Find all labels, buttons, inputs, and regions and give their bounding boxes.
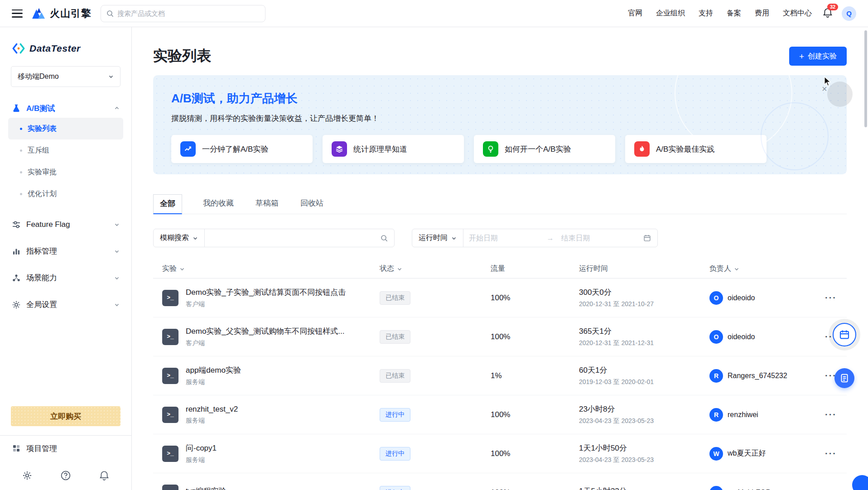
page-scrollbar-thumb[interactable]: [864, 30, 867, 127]
row-actions-button[interactable]: ···: [825, 448, 847, 459]
global-search-input[interactable]: [117, 10, 260, 17]
runtime-type-select[interactable]: 运行时间: [412, 229, 463, 247]
sidebar-item-mutex-group[interactable]: 互斥组: [8, 139, 123, 161]
sidebar-item-label: 实验列表: [28, 124, 57, 134]
tab-all[interactable]: 全部: [153, 194, 182, 214]
row-actions-button[interactable]: ···: [825, 487, 847, 490]
row-actions-button[interactable]: ···: [825, 409, 847, 420]
search-submit-button[interactable]: [374, 235, 394, 242]
grid-icon: [12, 444, 21, 453]
volcengine-logo[interactable]: 火山引擎: [32, 7, 92, 20]
hamburger-menu-icon[interactable]: [12, 10, 23, 18]
notifications-button[interactable]: [97, 469, 111, 482]
runtime-filter-combo: 运行时间 →: [412, 229, 658, 247]
table-row[interactable]: >_ Demo实验_父实验_测试购物车不同按钮样式... 客户端 已结束 100…: [153, 317, 847, 356]
owner-avatar: W: [709, 447, 723, 461]
sidebar-item-label: 全局设置: [26, 299, 109, 310]
buy-now-button[interactable]: 立即购买: [11, 406, 121, 426]
experiment-platform: 客户端: [186, 300, 346, 308]
table-row[interactable]: >_ 问-copy1 服务端 进行中 100% 1天1小时50分 2023-04…: [153, 434, 847, 473]
chevron-down-icon: [114, 222, 120, 227]
table-row[interactable]: >_ app端demo实验 服务端 已结束 1% 60天1分 2019-12-0…: [153, 356, 847, 395]
column-header-owner[interactable]: 负责人: [709, 264, 825, 274]
user-avatar[interactable]: Q: [842, 6, 856, 21]
banner-cards: 一分钟了解A/B实验 统计原理早知道 如何开一个A/B实验: [171, 135, 829, 163]
notification-bell[interactable]: 32: [823, 8, 833, 19]
banner-card-learn-ab[interactable]: 一分钟了解A/B实验: [171, 135, 313, 163]
experiment-name[interactable]: tyz编程实验: [186, 486, 227, 490]
topnav-link-enterprise-org[interactable]: 企业组织: [656, 9, 685, 18]
experiment-name[interactable]: app端demo实验: [186, 365, 241, 375]
table-row[interactable]: >_ Demo实验_子实验_测试结算页面不同按钮点击 客户端 已结束 100% …: [153, 279, 847, 317]
settings-gear-button[interactable]: [20, 469, 34, 482]
datatester-logo[interactable]: DataTester: [0, 43, 131, 54]
assistant-fab-button[interactable]: [833, 323, 856, 346]
sidebar-item-experiment-approval[interactable]: 实验审批: [8, 161, 123, 183]
search-icon: [381, 235, 388, 242]
experiment-name[interactable]: renzhit_test_v2: [186, 405, 238, 414]
global-search[interactable]: [101, 5, 265, 22]
owner-name: Rangers_6745232: [728, 372, 787, 380]
layers-icon: [332, 141, 347, 157]
experiment-platform: 服务端: [186, 417, 238, 425]
sidebar-item-experiment-list[interactable]: 实验列表: [8, 118, 123, 139]
owner-name: wb夏天正好: [728, 449, 766, 458]
end-date-input[interactable]: [556, 234, 637, 242]
sidebar-item-feature-flag[interactable]: Feature Flag: [0, 211, 131, 238]
sidebar-item-ab-test[interactable]: A/B测试: [0, 99, 131, 118]
bullet-dot-icon: [20, 128, 22, 130]
fuzzy-search-type-select[interactable]: 模糊搜索: [154, 229, 205, 247]
volcengine-logo-text: 火山引擎: [50, 7, 92, 20]
runtime-duration: 23小时8分: [579, 404, 709, 414]
help-button[interactable]: [59, 469, 72, 482]
tab-recycle-bin[interactable]: 回收站: [299, 194, 324, 214]
experiment-name[interactable]: Demo实验_子实验_测试结算页面不同按钮点击: [186, 287, 346, 298]
chevron-down-icon: [108, 74, 114, 79]
sidebar-item-project-management[interactable]: 项目管理: [0, 436, 131, 461]
create-experiment-button[interactable]: + 创建实验: [789, 47, 847, 66]
sidebar-item-metric-management[interactable]: 指标管理: [0, 238, 131, 264]
nodes-icon: [12, 274, 21, 283]
table-row[interactable]: >_ tyz编程实验 进行中 100% 1天5小时33分 n nmMqbbFQP…: [153, 473, 847, 490]
experiment-name[interactable]: Demo实验_父实验_测试购物车不同按钮样式...: [186, 326, 344, 336]
trend-chart-icon: [180, 141, 196, 157]
experiment-platform: 客户端: [186, 339, 344, 347]
banner-card-statistics[interactable]: 统计原理早知道: [323, 135, 464, 163]
fuzzy-search-combo: 模糊搜索: [153, 229, 395, 247]
banner-subtitle: 摆脱猜测，用科学的实验衡量决策收益，让产品增长更简单！: [171, 113, 829, 124]
experiment-search-input[interactable]: [205, 234, 374, 242]
project-selector[interactable]: 移动端Demo: [11, 66, 121, 87]
calendar-icon[interactable]: [637, 234, 657, 242]
sidebar-item-optimization-plan[interactable]: 优化计划: [8, 183, 123, 205]
sidebar-item-global-settings[interactable]: 全局设置: [0, 291, 131, 318]
banner-close-button[interactable]: ×: [822, 84, 827, 93]
tab-drafts[interactable]: 草稿箱: [255, 194, 280, 214]
banner-card-how-to-start[interactable]: 如何开一个A/B实验: [474, 135, 615, 163]
column-header-experiment[interactable]: 实验: [162, 264, 380, 274]
start-date-input[interactable]: [463, 234, 545, 242]
plus-icon: +: [799, 52, 804, 61]
experiment-name[interactable]: 问-copy1: [186, 443, 217, 453]
status-badge: 进行中: [380, 486, 410, 490]
tab-favorites[interactable]: 我的收藏: [202, 194, 235, 214]
column-header-status[interactable]: 状态: [380, 264, 491, 274]
banner-card-best-practice[interactable]: A/B实验最佳实践: [625, 135, 767, 163]
table-row[interactable]: >_ renzhit_test_v2 服务端 进行中 100% 23小时8分 2…: [153, 395, 847, 434]
topnav-link-docs-center[interactable]: 文档中心: [783, 9, 812, 18]
promo-banner: A/B测试，助力产品增长 摆脱猜测，用科学的实验衡量决策收益，让产品增长更简单！…: [153, 75, 847, 174]
docs-helper-fab-button[interactable]: [834, 368, 854, 388]
app-root: 火山引擎 官网 企业组织 支持 备案 费用 文档中心 32 Q: [0, 0, 868, 490]
sidebar-item-scene-capability[interactable]: 场景能力: [0, 264, 131, 291]
topnav-link-support[interactable]: 支持: [699, 9, 713, 18]
terminal-icon: >_: [162, 329, 178, 345]
traffic-value: 100%: [491, 293, 579, 303]
owner-avatar: n: [709, 486, 723, 490]
column-header-runtime: 运行时间: [579, 264, 709, 274]
sidebar-item-label: A/B测试: [26, 103, 109, 114]
topnav-link-official-site[interactable]: 官网: [628, 9, 642, 18]
topnav-link-billing[interactable]: 费用: [755, 9, 769, 18]
table-header: 实验 状态 流量 运行时间 负责人: [153, 259, 847, 279]
sidebar-item-label: 优化计划: [28, 189, 57, 199]
topnav-link-icp-filing[interactable]: 备案: [727, 9, 741, 18]
row-actions-button[interactable]: ···: [825, 293, 847, 303]
